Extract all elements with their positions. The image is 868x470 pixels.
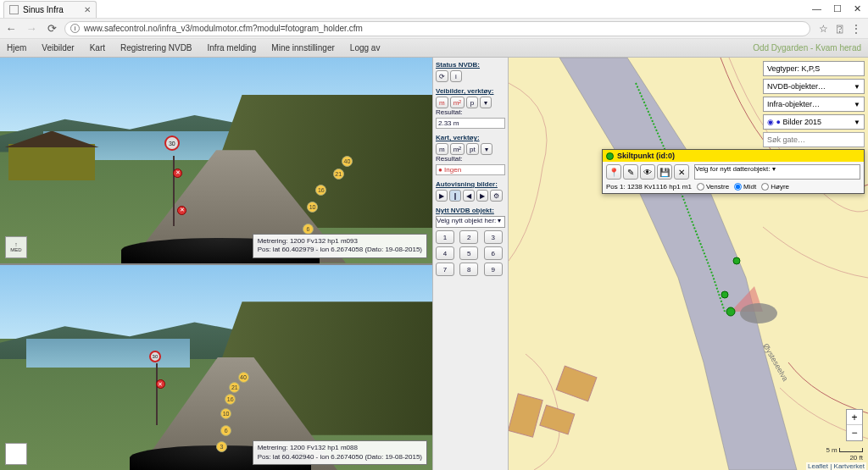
bookmark-icon[interactable]: ☆ bbox=[819, 23, 828, 35]
direction-toggle[interactable] bbox=[5, 443, 27, 465]
side-midt-radio[interactable]: Midt bbox=[734, 183, 756, 191]
step-back-button[interactable]: ◀ bbox=[463, 190, 475, 202]
kart-more-button[interactable]: ▾ bbox=[481, 143, 492, 155]
status-refresh-button[interactable]: ⟳ bbox=[436, 70, 448, 82]
measure-more-button[interactable]: ▾ bbox=[480, 97, 492, 108]
svg-point-3 bbox=[740, 303, 777, 323]
browser-menu-icon[interactable]: ⋮ bbox=[851, 23, 861, 35]
numpad-5[interactable]: 5 bbox=[459, 246, 478, 260]
kart-resultat-value: ● Ingen bbox=[436, 164, 505, 175]
address-bar: ← → ⟳ i www.safecontrol.no/infra_v3/modu… bbox=[0, 19, 868, 39]
tab-close-icon[interactable]: ✕ bbox=[84, 5, 91, 14]
numpad-4[interactable]: 4 bbox=[436, 246, 454, 260]
numpad-8[interactable]: 8 bbox=[459, 263, 478, 276]
status-info-button[interactable]: i bbox=[450, 70, 462, 82]
menu-logg-av[interactable]: Logg av bbox=[350, 43, 381, 53]
road-photo-bottom[interactable]: 30 ✕ 3 6 10 16 21 40 Metrering: 1200 Fv1… bbox=[0, 263, 432, 471]
marker-red[interactable]: ✕ bbox=[177, 206, 186, 215]
kart-m-button[interactable]: m bbox=[436, 143, 448, 155]
measure-m-button[interactable]: m bbox=[436, 97, 448, 108]
numpad-6[interactable]: 6 bbox=[484, 246, 503, 260]
menu-innstillinger[interactable]: Mine innstillinger bbox=[271, 43, 334, 53]
window-buttons: — ☐ ✕ bbox=[812, 3, 868, 14]
url-field[interactable]: i www.safecontrol.no/infra_v3/modulmotor… bbox=[64, 21, 810, 36]
measure-m2-button[interactable]: m² bbox=[450, 97, 465, 108]
direction-toggle[interactable]: ↑MED bbox=[5, 236, 27, 258]
bilder-select[interactable]: ◉ ● Bilder 2015▼ bbox=[763, 114, 865, 130]
pause-button[interactable]: ‖ bbox=[449, 190, 461, 202]
distance-marker[interactable]: 10 bbox=[307, 202, 318, 213]
numpad-9[interactable]: 9 bbox=[484, 263, 503, 276]
menu-hjem[interactable]: Hjem bbox=[7, 43, 26, 53]
popup-save-button[interactable]: 💾 bbox=[657, 164, 672, 180]
skiltpunkt-popup: Skiltpunkt (id:0) 📍 ✎ 👁 💾 ✕ Velg for nyt… bbox=[602, 149, 865, 194]
tab-title: Sinus Infra bbox=[23, 5, 64, 14]
menu-registrering[interactable]: Registrering NVDB bbox=[120, 43, 192, 53]
status-header: Status NVDB: bbox=[436, 61, 505, 69]
svg-point-6 bbox=[733, 257, 740, 264]
back-button[interactable]: ← bbox=[3, 22, 19, 35]
marker-red[interactable]: ✕ bbox=[173, 169, 182, 178]
kart-resultat-label: Resultat: bbox=[436, 155, 505, 163]
auto-header: Autovisning bilder: bbox=[436, 180, 505, 188]
zoom-out-button[interactable]: − bbox=[847, 425, 862, 440]
profile-icon[interactable]: ⍰ bbox=[837, 23, 843, 35]
map-view[interactable]: Øysteseelva Vegtyper: K,P,S NVDB-objekte… bbox=[509, 58, 868, 470]
distance-marker[interactable]: 21 bbox=[229, 382, 240, 393]
popup-pin-button[interactable]: 📍 bbox=[606, 164, 621, 180]
reload-button[interactable]: ⟳ bbox=[44, 22, 59, 35]
numpad-1[interactable]: 1 bbox=[436, 230, 454, 244]
minimize-button[interactable]: — bbox=[812, 3, 821, 14]
menu-kart[interactable]: Kart bbox=[90, 43, 105, 53]
popup-title: Skiltpunkt (id:0) bbox=[617, 152, 675, 160]
browser-tab-strip: Sinus Infra ✕ — ☐ ✕ bbox=[0, 0, 868, 19]
nytt-objekt-select[interactable]: Velg nytt objekt her: ▾ bbox=[436, 216, 505, 228]
menu-infra-melding[interactable]: Infra melding bbox=[208, 43, 257, 53]
popup-marker-icon bbox=[606, 152, 614, 160]
popup-header[interactable]: Skiltpunkt (id:0) bbox=[603, 150, 864, 162]
step-fwd-button[interactable]: ▶ bbox=[476, 190, 488, 202]
popup-close-button[interactable]: ✕ bbox=[674, 164, 689, 180]
tool-panel: Status NVDB: ⟳ i Veibilder, verktøy: m m… bbox=[432, 58, 509, 470]
speed-sign-icon: 30 bbox=[164, 135, 180, 151]
popup-pos-label: Pos 1: 1238 Kv1116 hp1 m1 bbox=[606, 183, 692, 191]
numpad-2[interactable]: 2 bbox=[459, 230, 478, 244]
side-hoyre-radio[interactable]: Høyre bbox=[761, 183, 789, 191]
site-info-icon[interactable]: i bbox=[70, 24, 80, 33]
numpad-7[interactable]: 7 bbox=[436, 263, 454, 276]
kart-m2-button[interactable]: m² bbox=[450, 143, 465, 155]
play-button[interactable]: ▶ bbox=[436, 190, 448, 202]
measure-p-button[interactable]: p bbox=[466, 97, 478, 108]
side-venstre-radio[interactable]: Venstre bbox=[697, 183, 729, 191]
maximize-button[interactable]: ☐ bbox=[833, 3, 842, 14]
numpad-3[interactable]: 3 bbox=[484, 230, 503, 244]
popup-child-select[interactable]: Velg for nytt datterobjekt: ▾ bbox=[694, 164, 860, 180]
distance-marker[interactable]: 3 bbox=[216, 441, 227, 452]
browser-tab[interactable]: Sinus Infra ✕ bbox=[3, 1, 97, 18]
distance-marker[interactable]: 21 bbox=[333, 169, 344, 180]
page-icon bbox=[9, 5, 19, 14]
settings-button[interactable]: ⚙ bbox=[490, 190, 503, 202]
forward-button[interactable]: → bbox=[24, 22, 39, 35]
distance-marker[interactable]: 6 bbox=[220, 425, 231, 436]
road-photo-top[interactable]: 30 ✕ ✕ 6 10 16 21 40 ↑MED Metrering: 120… bbox=[0, 58, 432, 263]
marker-red[interactable]: ✕ bbox=[156, 379, 165, 389]
road-photo-column: 30 ✕ ✕ 6 10 16 21 40 ↑MED Metrering: 120… bbox=[0, 58, 432, 470]
kart-pt-button[interactable]: pt bbox=[466, 143, 479, 155]
vegtyper-display[interactable]: Vegtyper: K,P,S bbox=[763, 61, 865, 76]
leaflet-link[interactable]: Leaflet bbox=[808, 462, 828, 470]
menu-veibilder[interactable]: Veibilder bbox=[42, 43, 74, 53]
infra-select[interactable]: Infra-objekter…▼ bbox=[763, 97, 865, 112]
url-text: www.safecontrol.no/infra_v3/modulmotor.c… bbox=[84, 24, 363, 33]
resultat-value: 2.33 m bbox=[436, 118, 505, 129]
nvdb-select[interactable]: NVDB-objekter…▼ bbox=[763, 79, 865, 94]
zoom-in-button[interactable]: + bbox=[847, 410, 862, 425]
svg-rect-1 bbox=[540, 405, 575, 434]
close-button[interactable]: ✕ bbox=[854, 3, 861, 14]
distance-marker[interactable]: 40 bbox=[238, 372, 249, 383]
popup-view-button[interactable]: 👁 bbox=[640, 164, 655, 180]
kart-header: Kart, verktøy: bbox=[436, 134, 505, 141]
map-attribution: Leaflet | Kartverket bbox=[806, 462, 866, 470]
popup-edit-button[interactable]: ✎ bbox=[623, 164, 638, 180]
search-input[interactable] bbox=[763, 132, 865, 147]
